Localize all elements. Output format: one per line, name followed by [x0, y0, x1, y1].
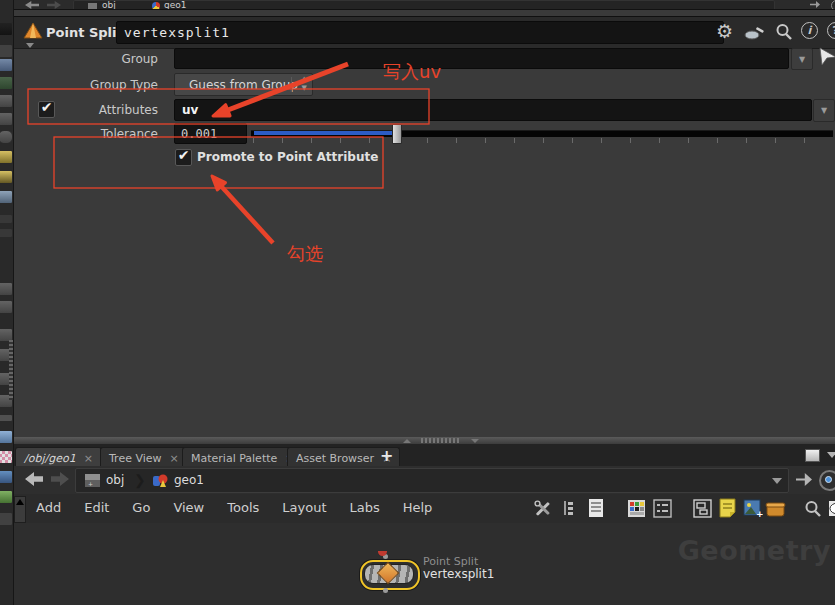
- toolbar-icon[interactable]: [0, 414, 13, 422]
- top-path-strip: obj geo1: [13, 0, 835, 10]
- sticky-note-icon[interactable]: [718, 498, 737, 518]
- header-context-arrow[interactable]: [26, 43, 34, 48]
- path-dropdown-icon[interactable]: [772, 478, 782, 484]
- eye-icon[interactable]: [829, 501, 835, 516]
- menu-scroll-strip[interactable]: [14, 496, 26, 523]
- path-crumb-obj[interactable]: obj: [106, 473, 124, 487]
- menu-layout[interactable]: Layout: [282, 500, 326, 515]
- node-type-title: Point Split: [46, 25, 123, 40]
- param-header: Point Split vertexsplit1 ⚙ i ?: [14, 16, 835, 49]
- info-icon[interactable]: i: [801, 22, 818, 39]
- toolbar-icon[interactable]: [0, 228, 13, 238]
- tab-close-icon[interactable]: ×: [84, 452, 93, 465]
- top-breadcrumb[interactable]: obj geo1: [73, 0, 775, 10]
- search-icon[interactable]: [803, 499, 823, 519]
- houdini-window: obj geo1 Point Split vertexsplit1 ⚙: [0, 0, 835, 605]
- camera-icon[interactable]: [0, 190, 13, 204]
- tolerance-slider-handle[interactable]: [392, 124, 402, 144]
- point-split-icon: [22, 21, 44, 43]
- menu-edit[interactable]: Edit: [84, 500, 109, 515]
- sphere-icon[interactable]: [0, 130, 13, 144]
- splitter-grip[interactable]: [421, 438, 461, 443]
- tab-material-palette[interactable]: Material Palette ×: [182, 447, 304, 468]
- tab-obj-geo1[interactable]: /obj/geo1 ×: [15, 447, 102, 468]
- obj-icon: +: [84, 473, 101, 488]
- menu-items: Add Edit Go View Tools Layout Labs Help: [36, 500, 455, 515]
- notes-list-icon[interactable]: [587, 498, 605, 518]
- attributes-dropdown-button[interactable]: ▼: [813, 99, 835, 122]
- menu-view[interactable]: View: [173, 500, 204, 515]
- node-output-connector[interactable]: [383, 588, 388, 593]
- new-tab-button[interactable]: +: [380, 447, 393, 465]
- toolbar-icon[interactable]: [0, 112, 13, 126]
- node-name-input[interactable]: vertexsplit1: [116, 21, 724, 44]
- group-input[interactable]: [174, 48, 789, 69]
- pane-splitter-grip[interactable]: [9, 340, 13, 400]
- toolbar-icon[interactable]: [0, 44, 13, 58]
- tab-label: /obj/geo1: [24, 452, 76, 465]
- obj-crumb[interactable]: obj: [102, 0, 116, 10]
- triangle-tool-icon[interactable]: [0, 430, 13, 444]
- toolbar-icon[interactable]: [0, 214, 13, 224]
- gear-icon[interactable]: ⚙: [716, 20, 733, 42]
- menu-labs[interactable]: Labs: [349, 500, 379, 515]
- menu-help[interactable]: Help: [403, 500, 433, 515]
- presets-pan-icon[interactable]: [744, 24, 766, 41]
- tab-close-icon[interactable]: ×: [170, 452, 179, 465]
- radial-menu-icon[interactable]: [819, 470, 835, 491]
- geo-crumb[interactable]: geo1: [164, 0, 186, 10]
- path-field[interactable]: + obj ❯ geo1: [75, 468, 789, 493]
- path-crumb-geo1[interactable]: geo1: [174, 473, 204, 487]
- grid-options-icon[interactable]: [653, 499, 672, 518]
- windows-layout-icon[interactable]: [693, 499, 712, 518]
- splitter-collapse-down-icon[interactable]: [471, 439, 479, 443]
- light-icon[interactable]: [0, 170, 13, 184]
- forward-icon[interactable]: [47, 1, 61, 9]
- pin-icon[interactable]: [796, 473, 812, 486]
- tolerance-input[interactable]: 0.001: [174, 123, 247, 144]
- search-icon[interactable]: [774, 22, 794, 42]
- toolbar-icon[interactable]: [0, 22, 13, 36]
- group-type-combo[interactable]: Guess from Group ▲ ▼: [174, 73, 313, 96]
- attributes-input[interactable]: uv: [174, 99, 812, 121]
- cube-tool-icon[interactable]: [0, 490, 13, 504]
- color-palette-icon[interactable]: [627, 499, 646, 518]
- combo-separator: [291, 77, 292, 92]
- promote-checkbox[interactable]: ✔: [175, 149, 192, 166]
- pane-maximize-icon[interactable]: [805, 449, 820, 462]
- pin-icon[interactable]: [810, 1, 820, 8]
- toolbar-icon[interactable]: [0, 300, 13, 314]
- splitter-collapse-up-icon[interactable]: [403, 439, 411, 443]
- diamond-tool-icon[interactable]: [0, 470, 13, 484]
- tree-list-icon[interactable]: [561, 499, 579, 517]
- help-icon[interactable]: ?: [827, 22, 835, 39]
- wire-icon[interactable]: [0, 76, 13, 90]
- forward-icon[interactable]: [51, 472, 69, 486]
- network-editor[interactable]: Geometry Point Split vertexsplit1: [13, 523, 835, 605]
- menu-go[interactable]: Go: [132, 500, 150, 515]
- node-name-label[interactable]: vertexsplit1: [423, 567, 494, 581]
- tools-icon[interactable]: [533, 499, 552, 518]
- pane-splitter[interactable]: [13, 437, 835, 444]
- eye-icon[interactable]: [0, 282, 13, 296]
- combo-spinner-icon[interactable]: ▲ ▼: [302, 75, 307, 93]
- tab-tree-view[interactable]: Tree View ×: [100, 447, 188, 468]
- pane-tab-bar: /obj/geo1 × Tree View × Material Palette…: [13, 444, 835, 467]
- group-dropdown-button[interactable]: ▼: [791, 48, 813, 70]
- light-icon[interactable]: [0, 150, 13, 164]
- node-body[interactable]: [360, 560, 420, 590]
- group-select-arrow-icon[interactable]: [817, 46, 835, 68]
- back-icon[interactable]: [25, 472, 43, 486]
- background-image-icon[interactable]: +: [743, 499, 763, 518]
- geo-mini-icon: [152, 2, 160, 10]
- select-icon[interactable]: [0, 58, 13, 72]
- asset-basket-icon[interactable]: [765, 500, 786, 517]
- hook-tool-icon[interactable]: [0, 512, 13, 526]
- radial-menu-icon[interactable]: [831, 0, 835, 10]
- uv-checker-icon[interactable]: [0, 450, 13, 464]
- pane-menu-icon[interactable]: [827, 452, 835, 458]
- menu-add[interactable]: Add: [36, 500, 61, 515]
- menu-tools[interactable]: Tools: [227, 500, 259, 515]
- lock-icon[interactable]: [0, 94, 13, 108]
- back-icon[interactable]: [25, 1, 39, 9]
